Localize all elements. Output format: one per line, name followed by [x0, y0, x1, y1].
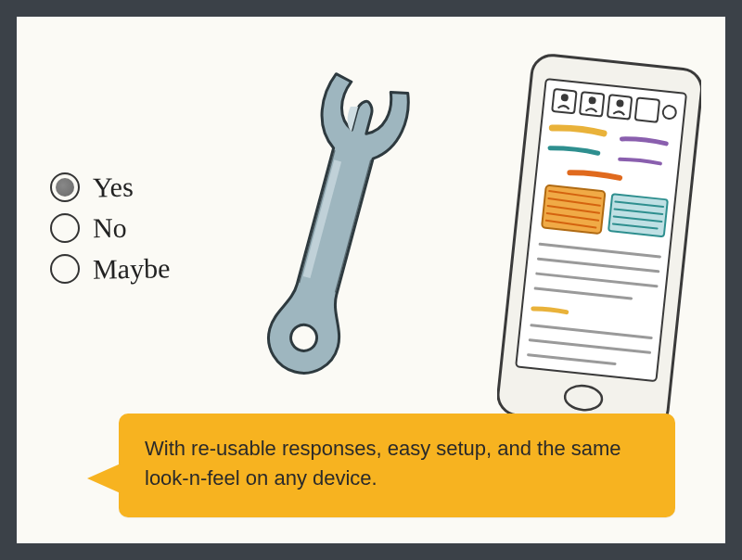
svg-point-12: [617, 100, 623, 107]
svg-rect-19: [608, 194, 668, 236]
speech-bubble-text: With re-usable responses, easy setup, an…: [145, 434, 649, 493]
radio-option-no[interactable]: No: [50, 213, 170, 243]
radio-option-maybe[interactable]: Maybe: [50, 254, 170, 284]
slide-frame: Yes No Maybe: [0, 0, 742, 560]
svg-point-10: [562, 95, 569, 101]
slide-canvas: Yes No Maybe: [17, 17, 725, 543]
radio-indicator-icon: [50, 254, 80, 284]
speech-bubble-body: With re-usable responses, easy setup, an…: [119, 414, 675, 517]
radio-group: Yes No Maybe: [50, 172, 170, 295]
wrench-icon: [232, 57, 417, 391]
radio-label: No: [93, 214, 127, 243]
svg-point-11: [589, 97, 595, 104]
radio-label: Yes: [93, 173, 134, 202]
radio-indicator-icon: [50, 213, 80, 243]
radio-label: Maybe: [93, 254, 171, 283]
speech-bubble: With re-usable responses, easy setup, an…: [119, 414, 675, 517]
radio-indicator-selected-icon: [50, 172, 80, 202]
radio-option-yes[interactable]: Yes: [50, 172, 170, 202]
phone-mockup-icon: [497, 54, 701, 443]
